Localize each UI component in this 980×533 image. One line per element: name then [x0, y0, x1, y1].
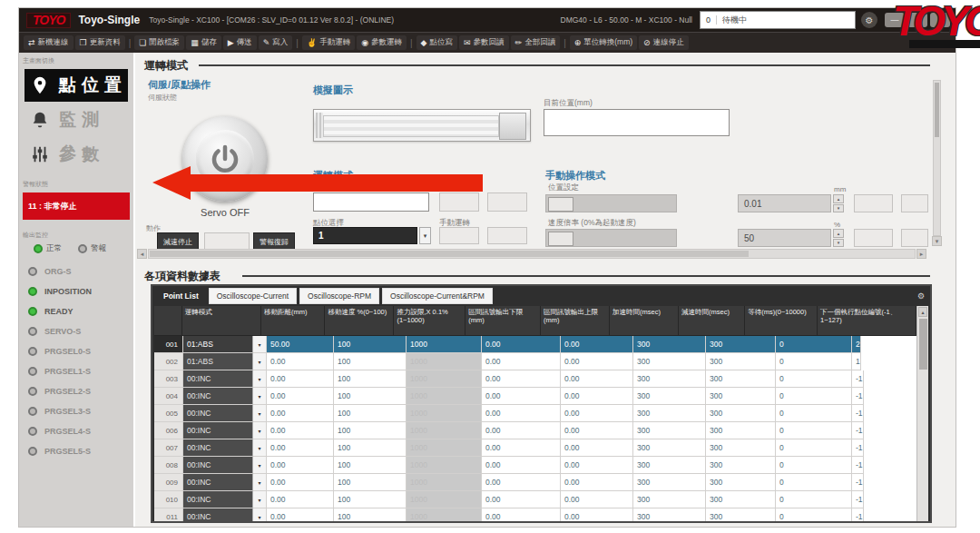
table-cell[interactable]: 1000: [407, 422, 482, 439]
table-cell[interactable]: 300: [633, 353, 706, 370]
sidebar-item-point-position[interactable]: 點位置: [24, 69, 128, 102]
position-slider-thumb[interactable]: [548, 197, 573, 212]
table-cell[interactable]: -1: [852, 508, 864, 523]
table-cell[interactable]: 300: [706, 508, 776, 523]
open-file-button[interactable]: ❏開啟檔案: [134, 35, 184, 50]
upper-horizontal-scrollbar[interactable]: [148, 249, 916, 259]
table-cell[interactable]: 0.00: [267, 491, 334, 508]
table-cell[interactable]: 0.00: [561, 422, 633, 439]
mode-dropdown-arrow[interactable]: ▾: [252, 422, 267, 439]
manual-run-button[interactable]: ✌手動運轉: [302, 35, 355, 50]
table-cell[interactable]: -1: [852, 474, 864, 491]
table-vertical-scrollbar[interactable]: ▴: [916, 306, 928, 521]
table-cell[interactable]: 0.00: [267, 422, 334, 439]
position-extra-button[interactable]: [901, 194, 928, 212]
table-cell[interactable]: 300: [706, 457, 776, 474]
table-cell[interactable]: 300: [706, 439, 776, 457]
table-cell[interactable]: 300: [633, 405, 706, 422]
mode-dropdown[interactable]: 00:INC: [183, 405, 252, 422]
table-cell[interactable]: 0.00: [482, 422, 561, 439]
table-cell[interactable]: 0: [776, 388, 852, 405]
scroll-up-button[interactable]: ▴: [918, 307, 927, 317]
table-cell[interactable]: -1: [852, 405, 864, 422]
table-cell[interactable]: 1000: [407, 336, 482, 353]
mode-dropdown-arrow[interactable]: ▾: [252, 457, 267, 474]
mode-dropdown[interactable]: 00:INC: [183, 422, 252, 439]
param-readback-button[interactable]: ✉參數回讀: [459, 35, 509, 50]
table-cell[interactable]: 0.00: [267, 439, 334, 457]
unit-convert-button[interactable]: ⊕單位轉換(mm): [570, 35, 637, 50]
table-cell[interactable]: 100: [334, 388, 407, 405]
table-cell[interactable]: 0: [776, 457, 852, 474]
mode-dropdown-arrow[interactable]: ▾: [252, 405, 267, 422]
table-cell[interactable]: -1: [852, 491, 864, 508]
table-cell[interactable]: 100: [334, 422, 407, 439]
table-cell[interactable]: 0.00: [561, 439, 633, 457]
table-cell[interactable]: 0.00: [482, 353, 561, 370]
scroll-left-button[interactable]: ◂: [137, 249, 147, 259]
table-cell[interactable]: -1: [852, 388, 864, 405]
table-cell[interactable]: 0.00: [267, 388, 334, 405]
table-cell[interactable]: 0: [776, 422, 852, 439]
table-cell[interactable]: 0.00: [561, 508, 633, 523]
servo-power-button[interactable]: [182, 116, 268, 202]
table-cell[interactable]: 0.00: [482, 474, 561, 491]
mode-dropdown[interactable]: 01:ABS: [183, 336, 252, 353]
table-cell[interactable]: 0.00: [267, 474, 334, 491]
table-cell[interactable]: 0: [776, 474, 852, 491]
table-cell[interactable]: 1000: [407, 439, 482, 457]
connect-button[interactable]: ⇄新機連線: [24, 35, 74, 50]
jog-minus-button[interactable]: [439, 192, 479, 212]
table-row[interactable]: 01000:INC▾0.0010010000.000.003003000-1: [154, 491, 916, 508]
table-row[interactable]: 01100:INC▾0.0010010000.000.003003000-1: [154, 508, 916, 523]
table-cell[interactable]: 0.00: [267, 370, 334, 388]
table-row[interactable]: 00300:INC▾0.0010010000.000.003003000-1: [154, 370, 916, 388]
mode-dropdown-arrow[interactable]: ▾: [252, 388, 267, 405]
current-position-field[interactable]: [544, 109, 730, 136]
point-select-dropdown[interactable]: 1: [313, 227, 417, 244]
table-cell[interactable]: 0.00: [482, 439, 561, 457]
table-cell[interactable]: 0.00: [561, 474, 633, 491]
scroll-right-button[interactable]: ▸: [916, 249, 926, 259]
table-settings-icon[interactable]: ⚙: [917, 291, 925, 301]
spin-down-icon[interactable]: ▾: [833, 239, 844, 248]
point-write-button[interactable]: ◆點位寫: [416, 35, 457, 50]
table-cell[interactable]: 100: [334, 353, 407, 370]
scrollbar-thumb[interactable]: [919, 319, 927, 370]
manual-plus-button[interactable]: [487, 227, 527, 244]
scrollbar-thumb[interactable]: [150, 251, 749, 257]
speed-slider[interactable]: [545, 229, 677, 247]
table-cell[interactable]: 0.00: [561, 405, 633, 422]
point-select-arrow-button[interactable]: ▾: [419, 227, 431, 244]
sidebar-item-parameters[interactable]: 參數: [24, 138, 128, 171]
table-cell[interactable]: 0: [776, 405, 852, 422]
mode-dropdown[interactable]: 00:INC: [183, 370, 252, 388]
upper-vertical-scrollbar[interactable]: [933, 80, 941, 236]
table-row[interactable]: 00400:INC▾0.0010010000.000.003003000-1: [154, 388, 916, 405]
table-cell[interactable]: 0: [776, 353, 852, 370]
table-cell[interactable]: 0.00: [482, 388, 561, 405]
table-cell[interactable]: 100: [334, 405, 407, 422]
mode-dropdown-arrow[interactable]: ▾: [252, 474, 267, 491]
sidebar-item-monitor[interactable]: 監測: [24, 104, 128, 136]
speed-extra-button[interactable]: [901, 229, 928, 247]
table-cell[interactable]: 0.00: [267, 353, 334, 370]
table-row[interactable]: 00600:INC▾0.0010010000.000.003003000-1: [154, 422, 916, 439]
table-cell[interactable]: -1: [852, 370, 864, 388]
table-cell[interactable]: 300: [633, 491, 706, 508]
table-cell[interactable]: 0.00: [482, 491, 561, 508]
tab-oscilloscope-current[interactable]: Oscilloscope-Current: [209, 288, 297, 304]
write-button[interactable]: ✎寫入: [259, 35, 293, 50]
table-cell[interactable]: 1000: [407, 388, 482, 405]
table-cell[interactable]: 300: [706, 353, 776, 370]
table-cell[interactable]: 0: [776, 508, 852, 523]
table-cell[interactable]: 300: [633, 439, 706, 457]
mode-dropdown-arrow[interactable]: ▾: [252, 439, 267, 457]
table-cell[interactable]: 300: [633, 370, 706, 388]
table-cell[interactable]: 0.00: [267, 405, 334, 422]
mode-dropdown-arrow[interactable]: ▾: [252, 491, 267, 508]
mode-dropdown-arrow[interactable]: ▾: [252, 353, 267, 370]
table-cell[interactable]: 300: [633, 508, 706, 523]
mode-dropdown-arrow[interactable]: ▾: [252, 336, 267, 353]
mode-dropdown[interactable]: 01:ABS: [183, 353, 252, 370]
